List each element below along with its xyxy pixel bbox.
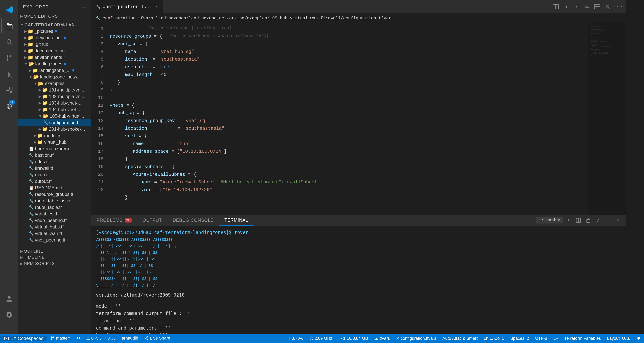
status-eol[interactable]: LF — [550, 336, 561, 341]
status-branch[interactable]: master* — [47, 336, 74, 341]
folder-environments[interactable]: ▶ 📁 environments — [18, 54, 91, 60]
folder-101[interactable]: ▶ 📁 101-multiple-vn... — [18, 87, 91, 93]
open-changes-icon[interactable] — [582, 2, 592, 11]
status-memory[interactable]: ··· 1.16/3.84 GB — [336, 336, 371, 341]
folder-landingzone-netw[interactable]: ▼ 📂 landingzone_netw... — [18, 74, 91, 80]
code-line-18: specialsubnets = { — [110, 163, 588, 171]
timeline-header[interactable]: ▶ Timeline — [18, 254, 91, 260]
status-layout[interactable]: Layout: U.S. — [604, 336, 633, 341]
status-notifications[interactable] — [633, 336, 644, 340]
status-user[interactable]: arnaudlh — [119, 336, 141, 341]
extensions-icon[interactable] — [2, 82, 17, 98]
status-filetype-badge[interactable]: ☁ tfvars — [371, 336, 393, 341]
file-backend-label: backend.azurerm — [35, 146, 70, 151]
status-cursor[interactable]: Ln 1, Col 1 — [480, 336, 507, 341]
status-sync[interactable]: ↺ — [74, 336, 83, 341]
file-virtual-wan[interactable]: 🔧 virtual_wan.tf — [18, 230, 91, 237]
code-line-1: resource_groups = { You, a month ago • A… — [110, 32, 588, 40]
status-cpu[interactable]: ↑ 3.70% — [285, 336, 307, 341]
split-editor-right-icon[interactable] — [551, 2, 560, 11]
file-rta-icon: 🔧 — [29, 198, 34, 203]
folder-modules[interactable]: ▶ 📁 modules — [18, 132, 91, 139]
file-vnet-peering[interactable]: 🔧 vnet_peering.tf — [18, 237, 91, 243]
go-forward-icon[interactable] — [572, 2, 581, 11]
folder-devcontainer[interactable]: ▶ 📁 .devcontainer — [18, 34, 91, 41]
folder-pictures[interactable]: ▶ 📁 _pictures — [18, 28, 91, 34]
more-actions-icon[interactable]: ··· — [613, 2, 622, 11]
status-auto-attach[interactable]: Auto Attach: Smart — [439, 336, 480, 341]
file-virtual-hubs[interactable]: 🔧 virtual_hubs.tf — [18, 224, 91, 230]
npm-scripts-header[interactable]: ▶ NPM Scripts — [18, 260, 91, 267]
split-terminal-icon[interactable] — [574, 216, 583, 225]
status-ghz[interactable]: ⬡ 2.69 GHz — [307, 336, 336, 341]
panel-collapse-icon[interactable]: ∧ — [594, 216, 602, 225]
folder-103[interactable]: ▶ 📁 103-hub-vnet-... — [18, 100, 91, 106]
file-ddos[interactable]: 🔧 ddos.tf — [18, 158, 91, 165]
remote-explorer-icon[interactable]: 98 — [2, 98, 17, 114]
tab-configuration[interactable]: 🔧 configuration.t... × — [91, 0, 163, 13]
file-route-table[interactable]: 🔧 route_table.tf — [18, 204, 91, 211]
open-editors-header[interactable]: ▶ Open Editors — [18, 13, 91, 20]
search-activity-icon[interactable] — [2, 34, 17, 50]
status-errors[interactable]: ⚠ 0 △ 3 ✕ 3 33 — [83, 336, 119, 341]
folder-landingzones[interactable]: ▼ 📂 landingzones — [18, 60, 91, 67]
outline-header[interactable]: ▶ Outline — [18, 248, 91, 254]
file-readme[interactable]: 📋 README.md — [18, 184, 91, 191]
panel-tab-debug-console[interactable]: Debug Console — [167, 215, 219, 226]
folder-examples[interactable]: ▼ 📂 examples — [18, 80, 91, 87]
file-vhub-peering[interactable]: 🔧 vhub_peering.tf — [18, 217, 91, 224]
folder-landingzone1-label: landingzone_... — [39, 68, 70, 73]
folder-virtual-hub[interactable]: ▶ 📁 virtual_hub — [18, 139, 91, 146]
close-editor-icon[interactable] — [603, 2, 612, 11]
folder-documentation[interactable]: ▶ 📁 documentation — [18, 48, 91, 54]
split-vertical-icon[interactable] — [592, 2, 602, 11]
tab-close-icon[interactable]: × — [155, 4, 158, 9]
panel-tab-problems[interactable]: Problems 36 — [91, 215, 137, 226]
file-variables[interactable]: 🔧 variables.tf — [18, 211, 91, 217]
folder-github[interactable]: ▶ 📁 .github — [18, 41, 91, 48]
file-configuration[interactable]: 🔧 configuration.t... — [18, 119, 91, 126]
folder-landingzone1[interactable]: ▶ 📁 landingzone_... — [18, 67, 91, 74]
run-debug-icon[interactable] — [2, 66, 17, 82]
shell-selector[interactable]: 1: bash ▼ — [536, 217, 563, 224]
status-config-tfvars[interactable]: ✓ configuration.tfvars — [393, 336, 439, 341]
folder-201[interactable]: ▶ 📁 201-hub-spoke-... — [18, 126, 91, 132]
folder-105[interactable]: ▼ 📂 105-hub-virtual... — [18, 113, 91, 119]
go-back-icon[interactable] — [562, 2, 571, 11]
folder-environments-label: environments — [34, 55, 62, 60]
file-firewall[interactable]: 🔧 firewall.tf — [18, 165, 91, 172]
file-bastion[interactable]: 🔧 bastion.tf — [18, 152, 91, 158]
file-resource-groups[interactable]: 🔧 resource_groups.tf — [18, 191, 91, 198]
panel-close-icon[interactable]: × — [614, 216, 622, 225]
status-spaces[interactable]: Spaces: 2 — [507, 336, 532, 341]
npm-scripts-label: NPM Scripts — [24, 261, 55, 266]
code-content[interactable]: You, a month ago | 1 author (You) resour… — [107, 24, 588, 215]
explorer-icon[interactable] — [2, 18, 17, 34]
terminal-content[interactable]: [vscode@f53c1270d6a0 caf-terraform-landi… — [91, 226, 626, 334]
settings-icon[interactable] — [2, 307, 17, 322]
panel-tab-terminal[interactable]: Terminal — [219, 215, 254, 226]
status-encoding[interactable]: UTF-8 — [532, 336, 550, 341]
folder-104[interactable]: ▶ 📁 104-hub-vnet-... — [18, 106, 91, 113]
status-live-share[interactable]: Live Share — [141, 336, 173, 341]
accounts-icon[interactable] — [2, 291, 17, 306]
file-output[interactable]: 🔧 output.tf — [18, 178, 91, 184]
svg-rect-4 — [8, 28, 10, 28]
status-language-mode[interactable]: Terraform Variables — [561, 336, 604, 341]
root-folder-header[interactable]: ▼ CAF-TERRAFORM-LAN... — [18, 22, 91, 28]
new-terminal-icon[interactable]: + — [564, 216, 573, 225]
folder-landingzone-netw-icon: 📂 — [33, 74, 39, 80]
eol-label: LF — [553, 336, 558, 341]
file-route-table-asso[interactable]: 🔧 route_table_asso... — [18, 198, 91, 204]
source-control-icon[interactable] — [2, 50, 17, 66]
svg-line-6 — [10, 43, 12, 45]
folder-102[interactable]: ▶ 📁 102-multiple-vn... — [18, 93, 91, 100]
file-main[interactable]: 🔧 main.tf — [18, 172, 91, 178]
kill-terminal-icon[interactable] — [584, 216, 592, 225]
sidebar-menu-icon[interactable]: ··· — [81, 4, 87, 10]
panel-maximize-icon[interactable]: □ — [604, 216, 612, 225]
status-codespaces[interactable]: ⎇ Codespaces — [0, 336, 47, 341]
folder-103-icon: 📁 — [42, 100, 48, 106]
file-backend[interactable]: 📄 backend.azurerm — [18, 146, 91, 152]
panel-tab-output[interactable]: Output — [137, 215, 168, 226]
